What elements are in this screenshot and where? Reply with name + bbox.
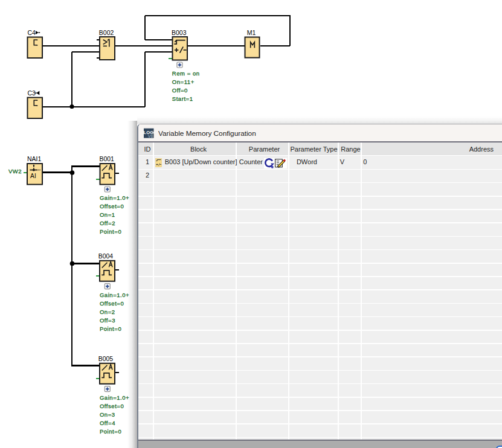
svg-text:B005: B005 [98,355,114,362]
svg-text:Point=0: Point=0 [100,325,121,332]
svg-text:NAI1: NAI1 [27,155,42,162]
svg-text:Off=0: Off=0 [172,87,188,94]
svg-text:On=11+: On=11+ [172,78,195,85]
svg-text:Offset=0: Offset=0 [100,203,124,210]
svg-text:M1: M1 [247,29,256,36]
svg-text:Off=4: Off=4 [100,420,115,426]
svg-text:Start=1: Start=1 [172,95,193,102]
svg-text:On=3: On=3 [100,411,115,418]
svg-text:B002: B002 [99,29,114,36]
svg-text:B001: B001 [99,155,114,162]
svg-text:Point=0: Point=0 [100,428,121,435]
svg-text:C3: C3 [28,89,36,97]
svg-text:Gain=1.0+: Gain=1.0+ [100,394,129,401]
svg-text:On=2: On=2 [100,309,115,315]
svg-text:Off=3: Off=3 [100,317,115,324]
svg-text:Gain=1.0+: Gain=1.0+ [100,292,129,298]
svg-text:Offset=0: Offset=0 [100,403,124,409]
svg-text:V8: V8 [148,133,153,138]
svg-text:B004: B004 [98,252,114,260]
svg-text:VW2: VW2 [8,168,22,174]
svg-text:Off=2: Off=2 [100,220,115,226]
svg-text:Rem = on: Rem = on [172,70,200,77]
svg-text:B003: B003 [172,29,187,36]
svg-text:C4: C4 [28,29,36,36]
svg-text:Gain=1.0+: Gain=1.0+ [100,194,129,201]
svg-text:AI: AI [30,173,36,179]
svg-text:Offset=0: Offset=0 [100,300,124,307]
svg-text:Point=0: Point=0 [100,228,121,235]
svg-text:On=1: On=1 [100,211,115,218]
